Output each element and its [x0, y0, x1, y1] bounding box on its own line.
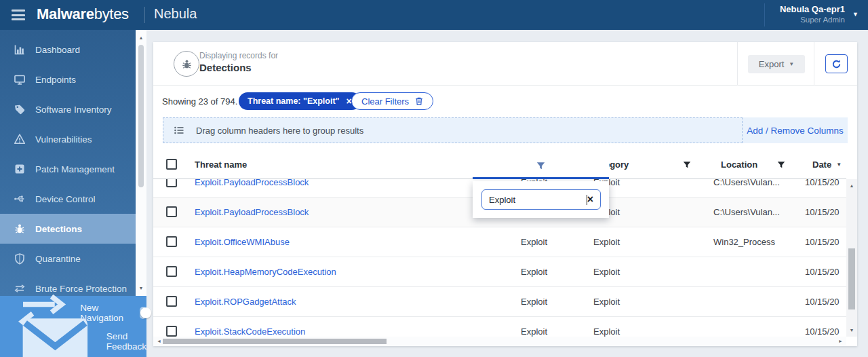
sidebar-item-label: Dashboard: [35, 45, 80, 55]
threat-name-link[interactable]: Exploit.PayloadProcessBlock: [195, 198, 309, 227]
scroll-down-icon[interactable]: ▼: [846, 328, 857, 333]
sidebar-item-device-control[interactable]: Device Control: [0, 184, 136, 214]
app-root: Malwarebytes Nebula Nebula Qa-epr1 Super…: [0, 0, 868, 357]
sidebar-item-label: Quarantine: [35, 254, 81, 264]
chevron-down-icon: ▼: [789, 61, 794, 67]
sidebar-item-vulnerabilities[interactable]: Vulnerabilities: [0, 124, 136, 154]
envelope-icon: [14, 300, 97, 357]
scroll-up-icon[interactable]: ▲: [136, 35, 146, 40]
export-label: Export: [759, 59, 785, 69]
row-checkbox[interactable]: [166, 326, 177, 337]
group-drop-zone[interactable]: Drag column headers here to group result…: [163, 117, 743, 143]
threat-name-filter-chip[interactable]: Threat name: "Exploit" ×: [239, 92, 361, 110]
bar-chart-icon: [14, 43, 26, 56]
filter-input[interactable]: [489, 195, 626, 205]
sidebar-item-send-feedback[interactable]: Send Feedback: [0, 327, 146, 356]
sidebar-item-label: Detections: [35, 224, 82, 234]
scroll-right-icon[interactable]: ►: [838, 339, 843, 343]
warning-triangle-icon: [14, 133, 26, 145]
sidebar-footer: New Navigation Send Feedback: [0, 296, 146, 357]
sidebar-item-detections[interactable]: Detections: [0, 214, 136, 244]
sort-descending-icon: ▼: [836, 162, 842, 168]
user-divider: [764, 3, 765, 26]
row-checkbox[interactable]: [166, 179, 177, 187]
plus-square-icon: [14, 163, 26, 175]
row-checkbox[interactable]: [166, 296, 177, 307]
sidebar-scroll-thumb[interactable]: [138, 45, 144, 187]
sidebar-item-label: Software Inventory: [35, 105, 112, 115]
select-all-checkbox[interactable]: [166, 159, 177, 170]
threat-name-link[interactable]: Exploit.OfficeWMIAbuse: [195, 227, 290, 257]
scroll-up-icon[interactable]: ▲: [846, 183, 857, 188]
table-row: Exploit.HeapMemoryCodeExecution Exploit …: [153, 257, 846, 287]
top-bar: Malwarebytes Nebula Nebula Qa-epr1 Super…: [0, 0, 868, 30]
sidebar-item-endpoints[interactable]: Endpoints: [0, 64, 136, 94]
new-navigation-toggle[interactable]: [140, 307, 146, 319]
row-checkbox[interactable]: [166, 266, 177, 277]
record-count: Showing 23 of 794.: [162, 86, 237, 117]
filter-funnel-icon[interactable]: [683, 161, 691, 169]
clear-input-icon[interactable]: ×: [587, 194, 593, 205]
vertical-scrollbar[interactable]: ▲ ▼: [846, 179, 857, 337]
table-row: Exploit.ROPGadgetAttack Exploit Exploit …: [153, 287, 846, 317]
column-header-date[interactable]: Date▼: [812, 151, 842, 179]
refresh-button[interactable]: [825, 54, 848, 73]
sidebar-item-software-inventory[interactable]: Software Inventory: [0, 94, 136, 124]
export-button[interactable]: Export▼: [748, 55, 805, 73]
vertical-scroll-thumb[interactable]: [848, 248, 855, 309]
filter-bar: Showing 23 of 794. Threat name: "Exploit…: [153, 86, 857, 117]
scroll-down-icon[interactable]: ▼: [136, 286, 146, 290]
column-filter-popup: ×: [473, 181, 609, 218]
threat-name-link[interactable]: Exploit.HeapMemoryCodeExecution: [195, 257, 336, 286]
add-remove-columns-link[interactable]: Add / Remove Columns: [743, 117, 848, 143]
user-role: Super Admin: [780, 16, 845, 24]
group-hint: Drag column headers here to group result…: [196, 126, 363, 136]
row-checkbox[interactable]: [166, 236, 177, 247]
chevron-down-icon[interactable]: ▼: [852, 11, 859, 18]
cell-category: Exploit: [593, 287, 620, 316]
filter-input-wrapper: ×: [481, 189, 601, 210]
bug-icon: [14, 223, 26, 235]
column-header-location[interactable]: Location: [721, 151, 757, 179]
filter-funnel-icon[interactable]: [536, 162, 545, 170]
filtered-column-header[interactable]: [473, 155, 609, 179]
sidebar-item-label: Vulnerabilities: [35, 134, 92, 145]
threat-name-link[interactable]: Exploit.StackCodeExecution: [195, 317, 305, 337]
cell-category: Exploit: [593, 227, 620, 257]
sidebar-scrollbar[interactable]: ▲ ▼: [136, 30, 146, 296]
brand-divider: [144, 7, 145, 23]
usb-icon: [14, 193, 26, 205]
detections-bug-icon: [174, 51, 199, 77]
cell-type: Exploit: [521, 287, 547, 316]
cell-date: 10/15/20: [805, 227, 840, 257]
table-row: Exploit.StackCodeExecution Exploit Explo…: [153, 317, 846, 337]
cell-type: Exploit: [521, 227, 547, 257]
sidebar-item-label: Device Control: [35, 194, 96, 204]
sidebar-item-dashboard[interactable]: Dashboard: [0, 35, 136, 64]
horizontal-scrollbar[interactable]: ◄ ►: [153, 337, 846, 346]
clear-filters-button[interactable]: Clear Filters: [351, 92, 433, 110]
filter-funnel-icon[interactable]: [777, 161, 785, 169]
scroll-left-icon[interactable]: ◄: [157, 339, 161, 343]
threat-name-link[interactable]: Exploit.ROPGadgetAttack: [195, 287, 296, 316]
sidebar-item-quarantine[interactable]: Quarantine: [0, 244, 136, 274]
group-panel: Drag column headers here to group result…: [163, 117, 848, 143]
cell-date: 10/15/20: [805, 198, 840, 227]
user-menu[interactable]: Nebula Qa-epr1 Super Admin: [780, 4, 845, 24]
cell-category: Exploit: [593, 317, 620, 337]
cell-date: 10/15/20: [805, 179, 840, 197]
group-list-icon: [174, 125, 184, 136]
cell-type: Exploit: [521, 317, 547, 337]
threat-name-link[interactable]: Exploit.PayloadProcessBlock: [195, 179, 309, 197]
column-header-threat-name[interactable]: Threat name: [195, 151, 247, 179]
header-divider: [814, 42, 814, 86]
shield-icon: [14, 252, 26, 265]
sidebar: Dashboard Endpoints Software Inventory V…: [0, 30, 136, 296]
cell-category: Exploit: [593, 257, 620, 286]
hamburger-menu-icon[interactable]: [12, 10, 25, 20]
sidebar-item-patch-management[interactable]: Patch Management: [0, 154, 136, 184]
row-checkbox[interactable]: [166, 206, 177, 217]
scrollbar-corner: [846, 337, 857, 346]
horizontal-scroll-thumb[interactable]: [163, 339, 387, 344]
cell-type: Exploit: [521, 257, 547, 286]
